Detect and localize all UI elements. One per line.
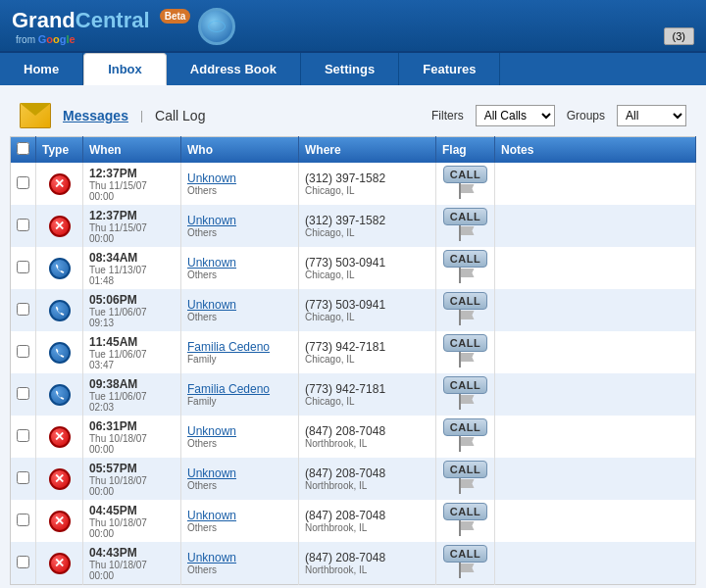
row-checkbox[interactable] <box>17 345 29 358</box>
call-duration: 00:00 <box>89 486 175 497</box>
row-checkbox[interactable] <box>17 261 29 273</box>
row-checkbox[interactable] <box>17 219 29 231</box>
when-cell: 08:34AM Tue 11/13/07 01:48 <box>83 247 181 289</box>
call-log-table: Type When Who Where Flag Notes ✕12:37PM … <box>10 136 696 585</box>
who-category: Others <box>187 564 292 575</box>
call-date: Thu 11/15/07 <box>89 180 175 191</box>
nav-item-home[interactable]: Home <box>0 53 83 85</box>
call-date: Tue 11/13/07 <box>89 265 175 275</box>
city: Chicago, IL <box>305 227 429 238</box>
call-button[interactable]: CALL <box>443 461 487 478</box>
row-checkbox[interactable] <box>17 429 29 442</box>
where-cell: (847) 208-7048 Northbrook, IL <box>299 458 436 500</box>
notes-cell <box>495 247 696 289</box>
who-link[interactable]: Unknown <box>187 509 236 522</box>
phone-number: (773) 942-7181 <box>305 382 429 396</box>
header-right[interactable]: (3) <box>664 27 694 51</box>
where-cell: (773) 942-7181 Chicago, IL <box>299 373 436 416</box>
flag-icon[interactable] <box>459 394 477 410</box>
call-button[interactable]: CALL <box>443 334 487 352</box>
who-category: Family <box>187 396 292 407</box>
flag-icon[interactable] <box>459 352 477 368</box>
nav-item-settings[interactable]: Settings <box>301 53 399 85</box>
type-cell <box>36 373 83 416</box>
flag-cell: CALL <box>436 416 495 458</box>
phone-number: (773) 503-0941 <box>305 298 429 312</box>
call-button[interactable]: CALL <box>443 208 487 225</box>
notes-cell <box>495 416 696 458</box>
row-checkbox[interactable] <box>17 471 29 484</box>
row-checkbox[interactable] <box>17 514 29 526</box>
call-time: 04:43PM <box>89 546 175 560</box>
who-link[interactable]: Unknown <box>187 298 236 312</box>
call-date: Tue 11/06/07 <box>89 307 175 318</box>
who-link[interactable]: Unknown <box>187 172 236 185</box>
call-button[interactable]: CALL <box>443 376 487 394</box>
who-link[interactable]: Unknown <box>187 256 236 270</box>
flag-icon[interactable] <box>459 478 477 494</box>
nav-item-features[interactable]: Features <box>399 53 500 85</box>
when-cell: 04:43PM Thu 10/18/07 00:00 <box>83 542 181 585</box>
flag-icon[interactable] <box>459 310 477 325</box>
col-who: Who <box>181 137 299 164</box>
when-cell: 05:57PM Thu 10/18/07 00:00 <box>83 458 181 500</box>
table-row: 09:38AM Tue 11/06/07 02:03Familia Cedeno… <box>11 373 696 416</box>
filter-select[interactable]: All Calls Missed Received Dialed <box>476 105 555 126</box>
who-link[interactable]: Unknown <box>187 214 236 227</box>
flag-cell: CALL <box>436 289 495 331</box>
who-link[interactable]: Unknown <box>187 424 236 438</box>
row-checkbox[interactable] <box>17 387 29 400</box>
type-cell: ✕ <box>36 500 83 542</box>
row-checkbox[interactable] <box>17 176 29 189</box>
call-date: Thu 10/18/07 <box>89 560 175 570</box>
flag-cell: CALL <box>436 163 495 205</box>
flag-icon[interactable] <box>459 520 477 536</box>
table-row: 11:45AM Tue 11/06/07 03:47Familia Cedeno… <box>11 331 696 373</box>
row-checkbox[interactable] <box>17 303 29 316</box>
groups-select[interactable]: All Family Friends Others <box>617 105 686 126</box>
flag-cell: CALL <box>436 373 495 416</box>
groups-label: Groups <box>567 109 605 122</box>
where-cell: (312) 397-1582 Chicago, IL <box>299 163 436 205</box>
call-button[interactable]: CALL <box>443 166 487 183</box>
flag-icon[interactable] <box>459 183 477 199</box>
select-all-checkbox[interactable] <box>17 142 29 155</box>
flag-icon[interactable] <box>459 268 477 283</box>
nav-item-inbox[interactable]: Inbox <box>83 53 167 85</box>
call-button[interactable]: CALL <box>443 545 487 563</box>
flag-icon[interactable] <box>459 563 477 578</box>
flag-cell: CALL <box>436 542 495 585</box>
call-button[interactable]: CALL <box>443 250 487 268</box>
flag-icon[interactable] <box>459 225 477 241</box>
nav-item-address-book[interactable]: Address Book <box>167 53 301 85</box>
call-button[interactable]: CALL <box>443 503 487 520</box>
incoming-call-icon <box>49 300 71 321</box>
who-cell: Unknown Others <box>181 458 299 500</box>
who-link[interactable]: Unknown <box>187 466 236 480</box>
missed-call-icon: ✕ <box>49 173 71 195</box>
who-link[interactable]: Unknown <box>187 551 236 564</box>
missed-call-icon: ✕ <box>49 511 71 532</box>
phone-number: (847) 208-7048 <box>305 466 429 480</box>
flag-cell: CALL <box>436 331 495 373</box>
city: Northbrook, IL <box>305 480 429 491</box>
city: Chicago, IL <box>305 396 429 407</box>
phone-number: (312) 397-1582 <box>305 172 429 185</box>
type-cell: ✕ <box>36 416 83 458</box>
call-duration: 00:00 <box>89 528 175 539</box>
call-button[interactable]: CALL <box>443 292 487 310</box>
row-checkbox[interactable] <box>17 556 29 568</box>
who-category: Others <box>187 438 292 449</box>
missed-call-icon: ✕ <box>49 216 71 237</box>
call-button[interactable]: CALL <box>443 418 487 436</box>
call-duration: 02:03 <box>89 402 175 413</box>
col-flag: Flag <box>436 137 495 164</box>
table-row: 05:06PM Tue 11/06/07 09:13Unknown Others… <box>11 289 696 331</box>
flag-icon[interactable] <box>459 436 477 452</box>
phone-number: (312) 397-1582 <box>305 214 429 227</box>
type-cell <box>36 331 83 373</box>
header-count-button[interactable]: (3) <box>664 27 694 45</box>
messages-link[interactable]: Messages <box>63 108 128 123</box>
who-link[interactable]: Familia Cedeno <box>187 340 270 354</box>
col-notes: Notes <box>495 137 696 164</box>
